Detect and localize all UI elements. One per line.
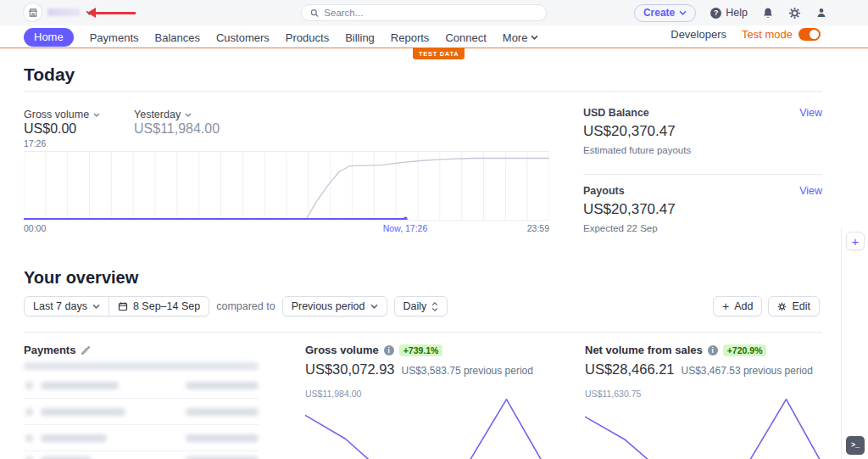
usd-balance-view-link[interactable]: View (799, 107, 822, 119)
date-range-preset-select[interactable]: Last 7 days (24, 296, 109, 316)
test-mode-toggle[interactable] (798, 28, 821, 41)
test-data-badge: TEST DATA (413, 48, 465, 59)
gross-volume-previous: US$3,583.75 previous period (402, 365, 533, 377)
redacted-row-amount (186, 382, 259, 389)
x-tick-start: 00:00 (24, 223, 46, 233)
today-chart (24, 151, 549, 221)
create-button[interactable]: Create (634, 4, 696, 22)
annotation-arrow (95, 12, 136, 15)
date-range-picker[interactable]: 8 Sep–14 Sep (108, 296, 209, 316)
stripe-dashboard: Create ? Help Home Payments Balances Cus… (0, 0, 868, 459)
redacted-row-icon (25, 434, 33, 442)
nav-right: Developers Test mode (670, 28, 821, 41)
today-heading: Today (24, 64, 75, 85)
interval-label: Daily (403, 300, 427, 312)
redacted-row-label[interactable] (41, 434, 107, 442)
help-button[interactable]: ? Help (710, 7, 748, 19)
comparison-label: Previous period (292, 300, 365, 312)
profile-avatar-icon[interactable] (815, 7, 827, 19)
gross-volume-total: US$30,072.93 (305, 361, 395, 378)
add-panel-button[interactable]: + (846, 232, 865, 250)
info-icon[interactable]: i (708, 345, 718, 355)
net-volume-widget: Net volume from sales i +720.9% US$28,46… (585, 344, 826, 378)
test-mode-control: Test mode (742, 28, 821, 41)
gross-volume-chart (305, 391, 547, 459)
account-switcher[interactable] (24, 3, 93, 21)
comparison-select[interactable]: Previous period (282, 296, 387, 316)
chevron-down-icon (185, 113, 192, 117)
payouts-value: US$20,370.47 (583, 201, 822, 218)
developer-console-button[interactable]: >_ (846, 436, 865, 455)
nav-balances[interactable]: Balances (155, 31, 200, 44)
topbar-actions: Create ? Help (634, 0, 827, 25)
divider (24, 332, 822, 333)
gross-volume-today-value: US$0.00 (24, 121, 76, 137)
nav-more[interactable]: More (503, 31, 539, 44)
divider (24, 398, 259, 399)
net-volume-chart (585, 391, 826, 459)
topbar: Create ? Help (0, 0, 868, 25)
divider (24, 91, 822, 92)
notifications-bell-icon[interactable] (762, 7, 774, 20)
today-chart-x-axis: 00:00 Now, 17:26 23:59 (24, 223, 549, 233)
overview-filters: Last 7 days 8 Sep–14 Sep compared to Pre… (24, 296, 448, 316)
usd-balance-value: US$20,370.47 (583, 123, 822, 140)
yesterday-selector[interactable]: Yesterday (134, 109, 192, 120)
test-mode-label: Test mode (742, 28, 793, 41)
developers-link[interactable]: Developers (670, 28, 726, 41)
redacted-row-label[interactable] (41, 408, 125, 416)
overview-actions: + Add Edit (713, 296, 820, 316)
nav-customers[interactable]: Customers (216, 31, 270, 44)
search-input[interactable] (324, 8, 537, 18)
chevron-down-icon (531, 35, 538, 40)
question-circle-icon: ? (710, 8, 721, 19)
search-bar[interactable] (301, 4, 547, 21)
nav-connect[interactable]: Connect (445, 31, 486, 44)
nav-home[interactable]: Home (24, 28, 74, 47)
usd-balance-subtitle: Estimated future payouts (583, 145, 822, 155)
redacted-row-icon (25, 382, 33, 389)
divider (24, 451, 259, 451)
edit-pencil-icon[interactable] (81, 345, 91, 355)
compared-to-label: compared to (216, 300, 275, 312)
edit-label: Edit (792, 300, 810, 312)
plus-icon: + (852, 234, 860, 249)
overview-heading: Your overview (24, 268, 138, 288)
add-widget-button[interactable]: + Add (713, 296, 762, 316)
nav-billing[interactable]: Billing (345, 31, 375, 44)
interval-select[interactable]: Daily (394, 296, 448, 316)
chevron-down-icon (370, 304, 378, 309)
gross-volume-change-badge: +739.1% (399, 344, 443, 356)
nav-reports[interactable]: Reports (391, 31, 430, 44)
nav-items: Home Payments Balances Customers Product… (24, 28, 538, 47)
payouts-view-link[interactable]: View (799, 185, 822, 197)
gross-volume-label: Gross volume (24, 109, 89, 120)
nav-products[interactable]: Products (286, 31, 329, 44)
toggle-knob (810, 30, 819, 39)
net-volume-widget-title: Net volume from sales (585, 344, 703, 356)
help-label: Help (726, 7, 748, 19)
payouts-title: Payouts (583, 185, 625, 197)
x-tick-now: Now, 17:26 (383, 223, 428, 233)
up-down-arrows-icon (431, 302, 438, 311)
payments-widget-title: Payments (24, 344, 91, 356)
store-icon (24, 3, 42, 21)
plus-icon: + (722, 299, 729, 313)
net-volume-change-badge: +720.9% (723, 344, 767, 356)
add-label: Add (734, 300, 753, 312)
redacted-row-icon (25, 408, 33, 416)
gross-volume-time: 17:26 (24, 138, 46, 148)
usd-balance-title: USD Balance (583, 107, 649, 119)
divider (583, 174, 822, 175)
nav-payments[interactable]: Payments (90, 31, 139, 44)
settings-gear-icon[interactable] (788, 7, 801, 20)
redacted-payments-subtitle (24, 362, 259, 370)
payouts-subtitle: Expected 22 Sep (583, 223, 822, 233)
gross-volume-selector[interactable]: Gross volume (24, 109, 100, 120)
search-icon (310, 8, 319, 18)
redacted-row-label[interactable] (41, 382, 119, 389)
chevron-down-icon (92, 304, 100, 309)
net-volume-total: US$28,466.21 (585, 361, 675, 378)
edit-widgets-button[interactable]: Edit (768, 296, 820, 316)
info-icon[interactable]: i (384, 345, 394, 355)
